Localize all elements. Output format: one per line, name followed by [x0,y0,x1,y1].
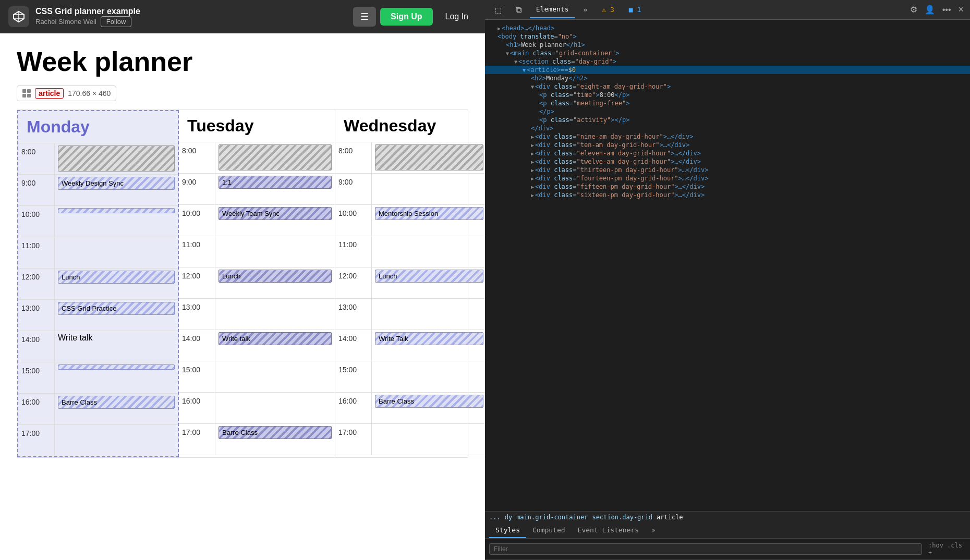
event-content [55,425,178,456]
tab-more[interactable]: » [645,523,662,538]
event-content: 1:1 [215,174,335,204]
devtools-warning-badge[interactable]: ⚠ 3 [596,2,620,18]
time-label: 17:00 [18,425,55,456]
tab-computed[interactable]: Computed [526,523,572,538]
event-content: Mentorship Session [372,205,485,236]
time-label: 10:00 [18,206,55,237]
breadcrumb-article[interactable]: article [657,514,683,521]
event-content: Weekly Design Sync [55,175,178,205]
monday-2pm: 14:00 Write talk [18,331,178,362]
grid-icon [22,89,31,98]
tree-h1[interactable]: <h1>Week planner</h1> [485,41,970,49]
barre-class-event: Barre Class [219,426,332,439]
tree-arrow: ▶ [498,26,501,31]
event-content [215,142,335,173]
devtools-more-tabs-icon[interactable]: » [577,2,593,18]
tree-eight-am[interactable]: ▼ <div class="eight-am day-grid-hour"> [485,82,970,91]
tree-article-selected[interactable]: ▼ <article> == $0 [485,66,970,74]
tree-h2[interactable]: <h2>Monday</h2> [485,74,970,82]
page-title: Week planner [17,46,468,77]
tree-main[interactable]: ▼ <main class="grid-container"> [485,49,970,57]
tree-arrow: ▼ [514,59,517,65]
event-content: Lunch [215,267,335,298]
tab-event-listeners[interactable]: Event Listeners [572,523,645,538]
breadcrumb-section[interactable]: section.day-grid [592,514,652,521]
styles-computed-tabs: Styles Computed Event Listeners » [485,523,970,539]
tuesday-3pm: 15:00 [179,361,335,393]
devtools-settings-button[interactable]: ⚙ [908,3,919,17]
time-label: 13:00 [179,299,215,330]
signup-button[interactable]: Sign Up [380,8,432,26]
time-label: 8:00 [335,142,372,173]
event-content: Write Talk [372,330,485,361]
devtools-user-button[interactable]: 👤 [923,3,937,17]
tree-eleven-am[interactable]: ▶ <div class="eleven-am day-grid-hour">…… [485,149,970,157]
elements-tree[interactable]: ▶ <head>…</head> <body translate="no"> <… [485,20,970,511]
tree-p-meeting-free[interactable]: <p class="meeting-free"> [485,99,970,107]
tree-div-close[interactable]: </div> [485,124,970,132]
badge-size: 170.66 × 460 [68,89,111,98]
tree-fourteen-pm[interactable]: ▶ <div class="fourteen-pm day-grid-hour"… [485,174,970,182]
tab-styles[interactable]: Styles [489,523,526,538]
tree-p-meeting-free-close[interactable]: </p> [485,107,970,116]
tree-arrow: ▼ [506,51,509,56]
tuesday-8am: 8:00 [179,142,335,174]
logo-icon [8,6,29,27]
event-content: Write talk [55,331,178,362]
tree-p-activity[interactable]: <p class="activity"></p> [485,116,970,124]
tree-twelve-am[interactable]: ▶ <div class="twelve-am day-grid-hour">…… [485,157,970,166]
styles-filter-input[interactable] [489,543,922,555]
devtools-elements-tab[interactable]: Elements [530,1,575,18]
tree-nine-am[interactable]: ▶ <div class="nine-am day-grid-hour">…</… [485,132,970,141]
tree-body[interactable]: <body translate="no"> [485,32,970,41]
breadcrumb-dy[interactable]: dy [505,514,512,521]
devtools-device-icon[interactable]: ⧉ [510,1,528,19]
devtools-info-badge[interactable]: ■ 1 [623,2,647,18]
weekly-team-sync-event: Weekly Team Sync [219,207,332,220]
wednesday-column: Wednesday 8:00 9:00 10:00 Mentorship Ses… [335,110,485,457]
time-label: 16:00 [179,393,215,423]
weekly-design-sync-event: Weekly Design Sync [58,177,175,190]
badge-tag: article [35,88,64,99]
tree-section[interactable]: ▼ <section class="day-grid"> [485,57,970,66]
event-content [372,361,485,392]
tuesday-1pm: 13:00 [179,299,335,330]
tree-sixteen-pm[interactable]: ▶ <div class="sixteen-pm day-grid-hour">… [485,191,970,199]
tree-fifteen-pm[interactable]: ▶ <div class="fifteen-pm day-grid-hour">… [485,182,970,191]
wednesday-11am: 11:00 [335,236,485,267]
lunch-event: Lunch [375,270,483,283]
time-label: 13:00 [18,300,55,331]
event-content [215,393,335,423]
event-content [55,143,178,174]
styles-filter-bar: :hov .cls + [485,539,970,560]
breadcrumb-dots[interactable]: ... [489,514,501,521]
tree-head[interactable]: ▶ <head>…</head> [485,24,970,32]
write-talk-event: Write talk [58,333,175,343]
follow-button[interactable]: Follow [101,16,132,27]
element-badge: article 170.66 × 460 [17,86,116,101]
event-content: Weekly Team Sync [215,205,335,236]
time-label: 14:00 [18,331,55,362]
tree-thirteen-pm[interactable]: ▶ <div class="thirteen-pm day-grid-hour"… [485,166,970,174]
time-label: 16:00 [335,393,372,423]
planner-grid: Monday 8:00 9:00 Weekly Design Sync [17,109,468,458]
time-label: 12:00 [18,269,55,299]
login-button[interactable]: Log In [437,8,477,26]
monday-1pm: 13:00 CSS Grid Practice [18,300,178,331]
tuesday-10am: 10:00 Weekly Team Sync [179,205,335,236]
monday-header: Monday [18,111,178,143]
tree-arrow: ▼ [523,67,526,73]
devtools-more-button[interactable]: ••• [940,3,953,17]
app-subtitle: Rachel Simone Weil Follow [35,16,347,27]
devtools-close-button[interactable]: × [956,2,966,17]
hamburger-button[interactable]: ☰ [353,7,376,27]
time-label: 8:00 [179,142,215,173]
tree-ten-am[interactable]: ▶ <div class="ten-am day-grid-hour">…</d… [485,141,970,149]
breadcrumb-main[interactable]: main.grid-container [516,514,588,521]
event-content [372,142,485,173]
devtools-cursor-icon[interactable]: ⬚ [489,0,507,19]
event-content [55,206,178,237]
event-continuation [58,208,175,213]
tree-p-time[interactable]: <p class="time">8:00</p> [485,91,970,99]
time-label: 8:00 [18,143,55,174]
